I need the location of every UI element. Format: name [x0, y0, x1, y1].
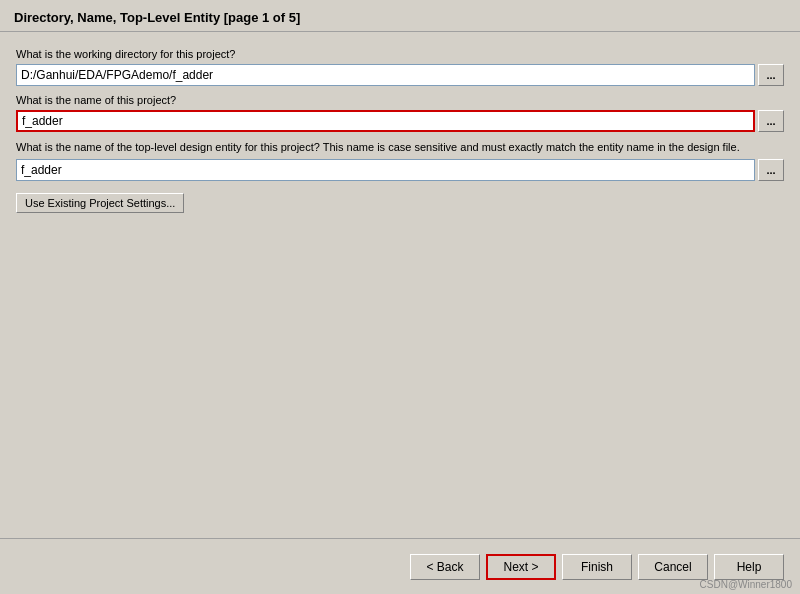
cancel-button[interactable]: Cancel	[638, 554, 708, 580]
working-dir-row: ...	[16, 64, 784, 86]
title-text: Directory, Name, Top-Level Entity [page …	[14, 10, 300, 25]
project-name-label: What is the name of this project?	[16, 94, 784, 106]
top-level-label: What is the name of the top-level design…	[16, 140, 784, 155]
top-level-browse-button[interactable]: ...	[758, 159, 784, 181]
dialog: Directory, Name, Top-Level Entity [page …	[0, 0, 800, 594]
footer: < Back Next > Finish Cancel Help	[0, 538, 800, 594]
finish-button[interactable]: Finish	[562, 554, 632, 580]
watermark: CSDN@Winner1800	[700, 579, 792, 590]
project-name-browse-button[interactable]: ...	[758, 110, 784, 132]
working-dir-label: What is the working directory for this p…	[16, 48, 784, 60]
back-button[interactable]: < Back	[410, 554, 480, 580]
top-level-row: ...	[16, 159, 784, 181]
working-dir-browse-button[interactable]: ...	[758, 64, 784, 86]
project-name-input[interactable]	[16, 110, 755, 132]
next-button[interactable]: Next >	[486, 554, 556, 580]
dialog-title: Directory, Name, Top-Level Entity [page …	[0, 0, 800, 32]
content-area: What is the working directory for this p…	[0, 32, 800, 538]
project-name-row: ...	[16, 110, 784, 132]
help-button[interactable]: Help	[714, 554, 784, 580]
existing-settings-button[interactable]: Use Existing Project Settings...	[16, 193, 184, 213]
working-dir-input[interactable]	[16, 64, 755, 86]
top-level-input[interactable]	[16, 159, 755, 181]
